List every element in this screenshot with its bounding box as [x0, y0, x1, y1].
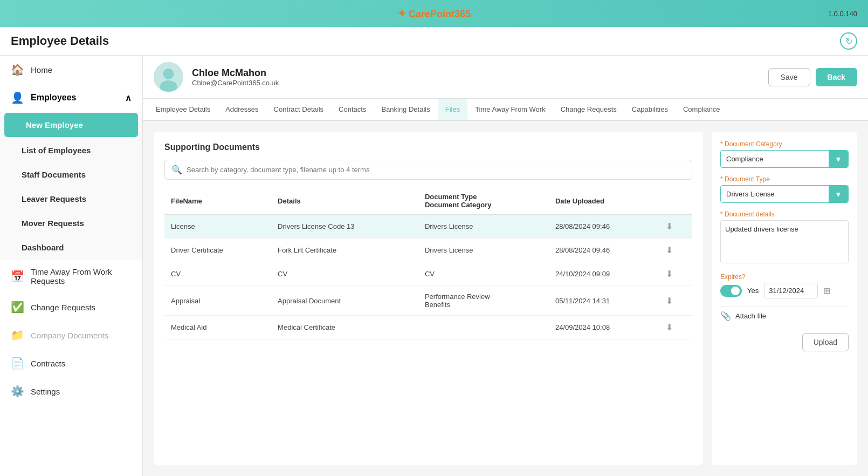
sidebar-item-company-documents: 📁 Company Documents [0, 321, 142, 349]
tab-banking-details[interactable]: Banking Details [374, 99, 437, 121]
download-icon[interactable]: ⬇ [666, 269, 673, 278]
download-icon[interactable]: ⬇ [666, 323, 673, 332]
save-button[interactable]: Save [768, 68, 810, 86]
tab-contract-details[interactable]: Contract Details [266, 99, 331, 121]
sidebar-label-company-documents: Company Documents [31, 331, 108, 340]
cell-download[interactable]: ⬇ [659, 286, 692, 316]
sidebar-item-list-of-employees[interactable]: List of Employees [0, 138, 142, 162]
table-row: Appraisal Appraisal Document Performance… [164, 286, 692, 316]
documents-table: FileName Details Document TypeDocument C… [164, 187, 692, 339]
sidebar-label-leaver-requests: Leaver Requests [22, 194, 86, 203]
expires-date-input[interactable] [764, 283, 818, 298]
download-icon[interactable]: ⬇ [666, 222, 673, 231]
sidebar-label-dashboard: Dashboard [22, 243, 64, 252]
expires-field: Expires? Yes ⊞ [720, 273, 849, 298]
sidebar-label-list-of-employees: List of Employees [22, 146, 91, 155]
sidebar-label-change-requests: Change Requests [31, 303, 95, 312]
employee-header: Chloe McMahon Chloe@CarePoint365.co.uk S… [143, 56, 868, 99]
calendar-picker-icon[interactable]: ⊞ [823, 285, 830, 296]
refresh-button[interactable]: ↻ [840, 32, 857, 50]
doc-details-field: * Document details Updated drivers licen… [720, 210, 849, 266]
sidebar-item-leaver-requests[interactable]: Leaver Requests [0, 187, 142, 211]
cell-filename: Driver Certificate [164, 239, 271, 262]
chevron-up-icon: ∧ [125, 93, 132, 103]
sidebar-item-time-away[interactable]: 📅 Time Away From Work Requests [0, 260, 142, 293]
cell-details: Appraisal Document [271, 286, 418, 316]
avatar [154, 62, 183, 92]
doc-category-label: * Document Category [720, 140, 849, 148]
contracts-icon: 📄 [11, 357, 24, 370]
top-bar: ✦CarePoint365 1.0.0.140 [0, 0, 868, 27]
tab-compliance[interactable]: Compliance [676, 99, 728, 121]
header-buttons: Save Back [768, 68, 857, 86]
sidebar-label-settings: Settings [31, 387, 60, 396]
app-version: 1.0.0.140 [828, 10, 857, 18]
main-content: Chloe McMahon Chloe@CarePoint365.co.uk S… [143, 56, 868, 476]
cell-doctype: CV [418, 262, 549, 286]
sidebar-item-staff-documents[interactable]: Staff Documents [0, 162, 142, 187]
doc-type-select[interactable]: Drivers License CV Certificate Other [721, 186, 848, 202]
upload-button[interactable]: Upload [802, 333, 849, 351]
tab-time-away-from-work[interactable]: Time Away From Work [467, 99, 553, 121]
documents-title: Supporting Documents [164, 142, 692, 152]
table-row: Medical Aid Medical Certificate 24/09/20… [164, 316, 692, 339]
sidebar-item-contracts[interactable]: 📄 Contracts [0, 349, 142, 377]
sidebar-item-settings[interactable]: ⚙️ Settings [0, 377, 142, 405]
tab-capabilities[interactable]: Capabilities [624, 99, 676, 121]
sidebar-label-staff-documents: Staff Documents [22, 170, 86, 179]
cell-date: 24/10/2024 09:09 [549, 262, 659, 286]
cell-date: 24/09/2024 10:08 [549, 316, 659, 339]
page-header: Employee Details ↻ [0, 27, 868, 56]
expires-toggle[interactable] [720, 285, 742, 297]
cell-doctype: Drivers License [418, 215, 549, 239]
sidebar-item-dashboard[interactable]: Dashboard [0, 235, 142, 260]
employees-icon: 👤 [11, 91, 24, 104]
svg-point-1 [163, 69, 174, 79]
paperclip-icon: 📎 [720, 311, 731, 321]
back-button[interactable]: Back [816, 68, 857, 86]
tab-change-requests[interactable]: Change Requests [553, 99, 624, 121]
table-row: License Drivers License Code 13 Drivers … [164, 215, 692, 239]
app-logo: ✦CarePoint365 [397, 7, 471, 20]
doc-type-field: * Document Type Drivers License CV Certi… [720, 175, 849, 203]
expires-yes-label: Yes [747, 287, 759, 295]
cell-download[interactable]: ⬇ [659, 316, 692, 339]
sidebar-label-new-employee: New Employee [26, 120, 83, 130]
doc-details-input[interactable]: Updated drivers license [720, 220, 849, 263]
table-row: Driver Certificate Fork Lift Certificate… [164, 239, 692, 262]
sidebar-employees-header[interactable]: 👤 Employees ∧ [0, 84, 142, 112]
download-icon[interactable]: ⬇ [666, 246, 673, 255]
search-input[interactable] [187, 166, 685, 174]
sidebar-item-new-employee[interactable]: New Employee [4, 113, 138, 137]
employee-email: Chloe@CarePoint365.co.uk [192, 79, 760, 87]
doc-category-field: * Document Category Compliance HR Financ… [720, 140, 849, 168]
doc-category-select[interactable]: Compliance HR Finance Medical [721, 151, 848, 167]
col-doctype: Document TypeDocument Category [418, 187, 549, 215]
sidebar-item-change-requests[interactable]: ✅ Change Requests [0, 293, 142, 321]
cell-download[interactable]: ⬇ [659, 262, 692, 286]
sidebar-label-employees: Employees [31, 93, 76, 103]
folder-icon: 📁 [11, 329, 24, 342]
col-filename: FileName [164, 187, 271, 215]
tab-files[interactable]: Files [438, 99, 467, 121]
download-icon[interactable]: ⬇ [666, 296, 673, 305]
tab-addresses[interactable]: Addresses [218, 99, 266, 121]
tab-contacts[interactable]: Contacts [331, 99, 374, 121]
cell-download[interactable]: ⬇ [659, 239, 692, 262]
expires-label: Expires? [720, 273, 849, 281]
attach-file-row[interactable]: 📎 Attach file [720, 306, 849, 325]
employee-name: Chloe McMahon [192, 67, 760, 79]
doc-type-label: * Document Type [720, 175, 849, 183]
cell-details: CV [271, 262, 418, 286]
cell-download[interactable]: ⬇ [659, 215, 692, 239]
cell-filename: Medical Aid [164, 316, 271, 339]
cell-doctype: Performance ReviewBenefits [418, 286, 549, 316]
right-panel: * Document Category Compliance HR Financ… [712, 132, 857, 465]
cell-date: 28/08/2024 09:46 [549, 215, 659, 239]
tab-employee-details[interactable]: Employee Details [148, 99, 218, 121]
sidebar-item-mover-requests[interactable]: Mover Requests [0, 211, 142, 235]
cell-details: Drivers License Code 13 [271, 215, 418, 239]
main-layout: 🏠 Home 👤 Employees ∧ New Employee List o… [0, 56, 868, 476]
sidebar-item-home[interactable]: 🏠 Home [0, 56, 142, 84]
attach-file-label: Attach file [735, 312, 766, 320]
